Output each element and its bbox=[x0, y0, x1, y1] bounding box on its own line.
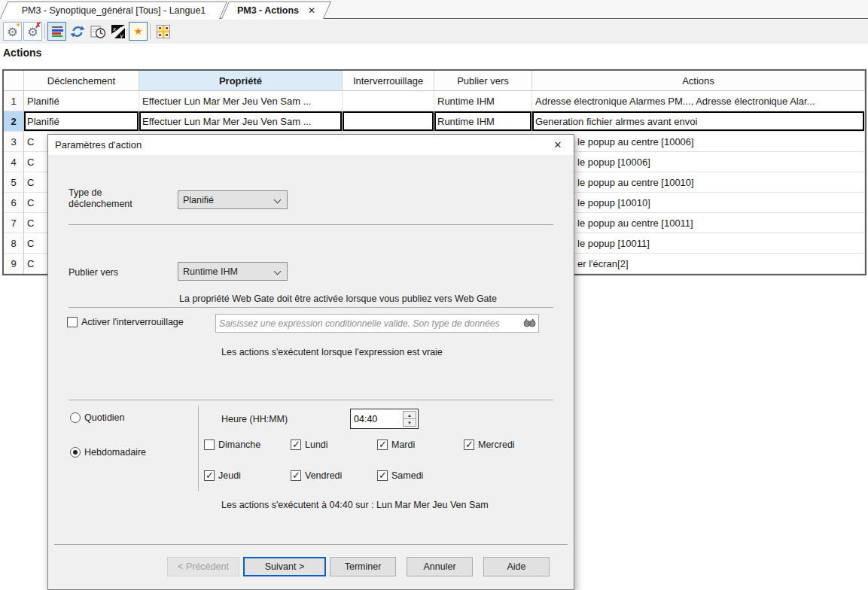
time-input[interactable] bbox=[351, 409, 396, 428]
day-checkbox-dimanche[interactable] bbox=[204, 439, 215, 450]
webgate-note: La propriété Web Gate doit être activée … bbox=[179, 293, 497, 304]
actions-toolbar: ⚙ ✶ ⚙ ✗ bbox=[0, 20, 868, 44]
cell-actions[interactable]: le popup [10010] bbox=[532, 193, 865, 213]
dialog-title: Paramètres d'action bbox=[55, 139, 142, 151]
action-list-view-button[interactable] bbox=[47, 22, 66, 41]
col-header-propriete[interactable]: Propriété bbox=[139, 71, 343, 91]
row-number[interactable]: 5 bbox=[4, 172, 24, 193]
col-header-rownum[interactable] bbox=[4, 71, 24, 91]
col-header-publier-vers[interactable]: Publier vers bbox=[434, 71, 532, 91]
spinner-down-icon[interactable]: ▼ bbox=[403, 419, 416, 427]
day-label: Dimanche bbox=[218, 439, 260, 450]
refresh-button[interactable] bbox=[68, 22, 87, 41]
cell-declenchement[interactable]: Planifié bbox=[24, 91, 139, 111]
trigger-type-dropdown[interactable]: Planifié bbox=[178, 190, 288, 209]
tab-label: PM3 - Synoptique_général [Tous] - Langue… bbox=[22, 5, 206, 16]
interlock-expression-input[interactable] bbox=[216, 315, 520, 332]
time-label: Heure (HH:MM) bbox=[221, 414, 288, 424]
row-number[interactable]: 9 bbox=[4, 254, 24, 274]
tab-label: PM3 - Actions bbox=[237, 5, 299, 16]
row-number[interactable]: 6 bbox=[4, 193, 24, 213]
day-row: Lundi bbox=[291, 439, 328, 450]
spinner-up-icon[interactable]: ▲ bbox=[403, 411, 416, 419]
cell-interverrouillage[interactable] bbox=[343, 111, 434, 132]
day-row: Samedi bbox=[377, 470, 423, 481]
new-action-button[interactable]: ⚙ ✶ bbox=[3, 22, 22, 41]
day-label: Mardi bbox=[391, 439, 415, 450]
cell-actions[interactable]: Generation fichier alrmes avant envoi bbox=[532, 111, 865, 132]
interlock-checkbox[interactable] bbox=[67, 317, 78, 327]
row-number[interactable]: 3 bbox=[4, 132, 24, 152]
day-checkbox-samedi[interactable] bbox=[377, 470, 388, 481]
row-number[interactable]: 4 bbox=[4, 152, 24, 172]
separator bbox=[69, 400, 553, 400]
favorite-star-button[interactable]: ★ bbox=[129, 22, 148, 41]
cell-actions[interactable]: le popup au centre [10006] bbox=[532, 132, 865, 152]
interlock-note: Les actions s'exécutent lorsque l'expres… bbox=[221, 347, 443, 357]
cell-publier-vers[interactable]: Runtime IHM bbox=[434, 111, 532, 132]
daily-radio-label: Quotidien bbox=[84, 412, 125, 423]
time-field: ▲ ▼ bbox=[350, 409, 419, 429]
new-grid-window-button[interactable] bbox=[154, 22, 172, 41]
cancel-button[interactable]: Annuler bbox=[407, 557, 473, 576]
day-checkbox-vendredi[interactable] bbox=[291, 470, 301, 481]
weekly-radio[interactable] bbox=[70, 447, 81, 458]
cell-propriete[interactable]: Effectuer Lun Mar Mer Jeu Ven Sam ... bbox=[139, 91, 343, 111]
interlock-expression-field bbox=[215, 314, 539, 333]
dialog-close-icon[interactable]: ✕ bbox=[542, 135, 574, 155]
cell-actions[interactable]: er l'écran[2] bbox=[532, 254, 865, 274]
toolbar-separator bbox=[150, 23, 151, 39]
previous-button[interactable]: < Précédent bbox=[167, 557, 239, 576]
action-parameters-dialog: Paramètres d'action ✕ Type de déclenchem… bbox=[47, 134, 574, 590]
xy-script-button[interactable]: x y bbox=[108, 22, 127, 41]
publish-to-value: Runtime IHM bbox=[183, 266, 238, 277]
dialog-titlebar: Paramètres d'action bbox=[48, 135, 574, 155]
cell-interverrouillage[interactable] bbox=[343, 91, 434, 111]
chevron-down-icon bbox=[274, 196, 282, 204]
row-number[interactable]: 7 bbox=[4, 213, 24, 233]
publish-to-label: Publier vers bbox=[69, 267, 118, 278]
col-header-declenchement[interactable]: Déclenchement bbox=[24, 71, 139, 91]
expression-browse-icon[interactable] bbox=[523, 318, 536, 329]
weekly-radio-row: Hebdomadaire bbox=[70, 447, 146, 458]
cell-publier-vers[interactable]: Runtime IHM bbox=[434, 91, 532, 111]
cell-declenchement[interactable]: Planifié bbox=[24, 111, 139, 132]
day-row: Vendredi bbox=[291, 470, 342, 481]
cell-propriete[interactable]: Effectuer Lun Mar Mer Jeu Ven Sam ... bbox=[139, 111, 343, 132]
favorite-star-icon: ★ bbox=[134, 26, 143, 36]
cell-actions[interactable]: le popup [10011] bbox=[532, 233, 865, 254]
day-row: Mardi bbox=[377, 439, 415, 450]
separator bbox=[69, 224, 553, 225]
day-checkbox-jeudi[interactable] bbox=[204, 470, 215, 481]
row-number-selected[interactable]: 2 bbox=[4, 111, 24, 132]
finish-button[interactable]: Terminer bbox=[330, 557, 396, 576]
page-title: Actions bbox=[3, 47, 41, 59]
cell-actions[interactable]: le popup au centre [10011] bbox=[532, 213, 865, 233]
interlock-checkbox-row: Activer l'interverrouillage bbox=[67, 317, 184, 327]
row-number[interactable]: 1 bbox=[4, 91, 24, 111]
day-label: Mercredi bbox=[478, 439, 515, 450]
row-number[interactable]: 8 bbox=[4, 233, 24, 254]
cell-actions[interactable]: Adresse électronique Alarmes PM..., Adre… bbox=[532, 91, 865, 111]
day-checkbox-mercredi[interactable] bbox=[464, 439, 474, 450]
interlock-checkbox-label: Activer l'interverrouillage bbox=[81, 317, 184, 327]
col-header-interverrouillage[interactable]: Interverrouillage bbox=[343, 71, 434, 91]
xy-script-icon: x y bbox=[111, 24, 126, 39]
next-button[interactable]: Suivant > bbox=[243, 557, 326, 576]
cell-actions[interactable]: le popup au centre [10010] bbox=[532, 172, 865, 193]
col-header-actions[interactable]: Actions bbox=[532, 71, 865, 91]
day-checkbox-mardi[interactable] bbox=[377, 439, 388, 450]
tab-synoptique-general[interactable]: PM3 - Synoptique_général [Tous] - Langue… bbox=[4, 2, 224, 19]
delete-action-button[interactable]: ⚙ ✗ bbox=[23, 22, 42, 41]
publish-to-dropdown[interactable]: Runtime IHM bbox=[178, 262, 288, 281]
daily-radio-row: Quotidien bbox=[70, 412, 125, 423]
cell-actions[interactable]: le popup [10006] bbox=[532, 152, 865, 172]
daily-radio[interactable] bbox=[70, 412, 81, 423]
schedule-button[interactable] bbox=[88, 22, 107, 41]
tab-actions[interactable]: PM3 - Actions ✕ bbox=[225, 2, 327, 19]
document-tabstrip: PM3 - Synoptique_général [Tous] - Langue… bbox=[0, 0, 868, 19]
close-tab-icon[interactable]: ✕ bbox=[308, 5, 315, 16]
help-button[interactable]: Aide bbox=[483, 557, 550, 576]
action-list-view-icon bbox=[51, 26, 63, 38]
day-checkbox-lundi[interactable] bbox=[291, 439, 301, 450]
